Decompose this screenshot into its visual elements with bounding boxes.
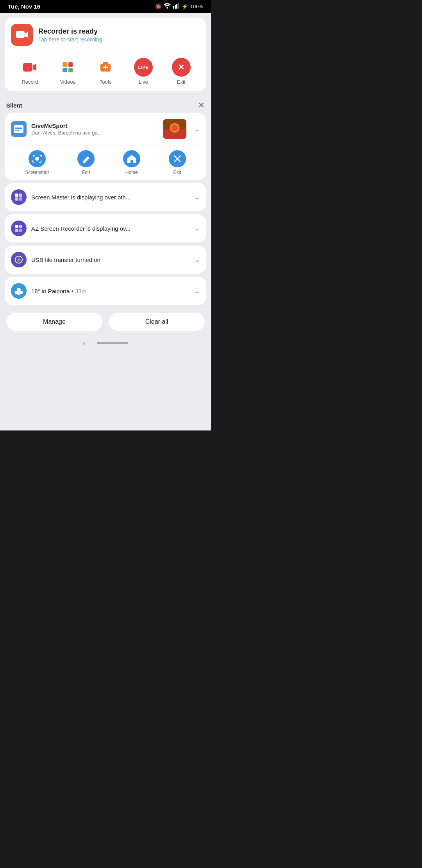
givemesport-thumbnail xyxy=(163,119,186,139)
wifi-icon xyxy=(164,3,171,10)
videos-label: Videos xyxy=(60,79,75,85)
weather-notification[interactable]: 18° in Paiporta • 33m ⌄ xyxy=(5,277,206,305)
edit-action[interactable]: Edit xyxy=(77,150,95,175)
az-recorder-icon xyxy=(11,221,27,236)
status-icons: 🔕 ⚡ 100% xyxy=(155,3,203,10)
recorder-title: Recorder is ready xyxy=(38,27,102,36)
svg-rect-14 xyxy=(15,127,22,127)
svg-rect-1 xyxy=(173,6,174,9)
az-recorder-row: AZ Screen Recorder is displaying ov... ⌄ xyxy=(5,214,206,242)
grid-icon xyxy=(63,62,73,72)
svg-rect-5 xyxy=(16,31,25,38)
svg-rect-3 xyxy=(176,4,177,9)
battery-icon: ⚡ xyxy=(182,4,188,9)
record-action[interactable]: Record xyxy=(20,58,39,85)
exit-notif-action[interactable]: Exit xyxy=(169,150,186,175)
edit-label: Edit xyxy=(82,170,90,175)
svg-rect-7 xyxy=(23,63,32,72)
svg-rect-27 xyxy=(19,197,22,201)
status-time: Tue, Nov 16 xyxy=(8,3,40,10)
screen-master-notification[interactable]: Screen Master is displaying over oth... … xyxy=(5,183,206,211)
videos-icon-wrap xyxy=(58,58,77,77)
svg-rect-31 xyxy=(19,229,22,232)
exit-notif-icon xyxy=(169,150,186,167)
screen-master-row: Screen Master is displaying over oth... … xyxy=(5,183,206,211)
exit-recorder-action[interactable]: ✕ Exit xyxy=(172,58,191,85)
svg-rect-28 xyxy=(15,225,18,228)
weather-text: 18° in Paiporta • 33m xyxy=(31,288,186,294)
svg-rect-10 xyxy=(103,62,108,64)
record-label: Record xyxy=(21,79,38,85)
givemesport-actions: Screenshot Edit Home xyxy=(5,145,206,180)
svg-point-37 xyxy=(19,291,23,294)
svg-rect-15 xyxy=(15,128,22,129)
screen-master-icon xyxy=(11,189,27,205)
usb-text: USB file transfer turned on xyxy=(31,256,186,263)
live-action[interactable]: LIVE Live xyxy=(134,58,153,85)
clear-all-button[interactable]: Clear all xyxy=(109,313,205,331)
az-recorder-text: AZ Screen Recorder is displaying ov... xyxy=(31,225,186,232)
givemesport-title: GiveMeSport xyxy=(31,122,158,129)
videos-action[interactable]: Videos xyxy=(58,58,77,85)
screenshot-action[interactable]: Screenshot xyxy=(25,150,49,175)
back-button[interactable]: ‹ xyxy=(83,339,86,348)
manage-button[interactable]: Manage xyxy=(6,313,102,331)
nav-bar: ‹ xyxy=(5,335,206,352)
svg-rect-26 xyxy=(15,197,18,201)
exit-recorder-label: Exit xyxy=(177,79,186,85)
screen-master-text: Screen Master is displaying over oth... xyxy=(31,194,186,201)
svg-rect-24 xyxy=(15,194,18,197)
status-bar: Tue, Nov 16 🔕 ⚡ 100% xyxy=(0,0,211,13)
exit-notif-label: Exit xyxy=(173,170,181,175)
svg-rect-16 xyxy=(15,130,20,131)
recorder-app-icon xyxy=(11,24,33,46)
close-notifications-button[interactable]: ✕ xyxy=(198,100,205,110)
recorder-card[interactable]: Recorder is ready Tap here to start reco… xyxy=(5,18,206,91)
givemesport-notification[interactable]: GiveMeSport Dani Alves: Barcelona ace ga… xyxy=(5,113,206,180)
exit-recorder-icon-wrap: ✕ xyxy=(172,58,191,77)
tools-action[interactable]: Tools xyxy=(96,58,115,85)
usb-expand-icon[interactable]: ⌄ xyxy=(194,255,200,264)
svg-rect-4 xyxy=(178,3,179,9)
screen-master-expand-icon[interactable]: ⌄ xyxy=(194,193,200,201)
weather-icon xyxy=(11,283,27,299)
battery-percent: 100% xyxy=(190,4,203,9)
card-divider xyxy=(11,52,200,52)
bottom-actions: Manage Clear all xyxy=(5,308,206,335)
screenshot-label: Screenshot xyxy=(25,170,49,175)
usb-row: ⚡ USB file transfer turned on ⌄ xyxy=(5,246,206,274)
silent-row: Silent ✕ xyxy=(5,97,206,113)
svg-text:⚡: ⚡ xyxy=(16,257,21,262)
svg-point-21 xyxy=(35,157,39,161)
svg-point-20 xyxy=(171,124,178,131)
svg-rect-2 xyxy=(175,5,176,9)
tools-icon-wrap xyxy=(96,58,115,77)
live-label: Live xyxy=(139,79,148,85)
weather-expand-icon[interactable]: ⌄ xyxy=(194,287,200,295)
signal-icon xyxy=(173,3,179,10)
weather-row: 18° in Paiporta • 33m ⌄ xyxy=(5,277,206,305)
az-recorder-expand-icon[interactable]: ⌄ xyxy=(194,224,200,233)
givemesport-app-icon xyxy=(11,121,27,137)
svg-rect-25 xyxy=(19,194,22,197)
az-recorder-notification[interactable]: AZ Screen Recorder is displaying ov... ⌄ xyxy=(5,214,206,242)
svg-marker-8 xyxy=(33,64,36,71)
svg-marker-6 xyxy=(25,32,28,38)
recorder-actions: Record Videos xyxy=(11,58,200,85)
live-icon-wrap: LIVE xyxy=(134,58,153,77)
home-action[interactable]: Home xyxy=(123,150,140,175)
usb-notification[interactable]: ⚡ USB file transfer turned on ⌄ xyxy=(5,246,206,274)
givemesport-expand-icon[interactable]: ⌄ xyxy=(194,125,200,133)
weather-meta: 33m xyxy=(75,288,86,294)
usb-icon: ⚡ xyxy=(11,252,27,267)
tools-label: Tools xyxy=(100,79,111,85)
givemesport-notif-row: GiveMeSport Dani Alves: Barcelona ace ga… xyxy=(5,113,206,145)
recorder-header: Recorder is ready Tap here to start reco… xyxy=(11,24,200,46)
home-indicator[interactable] xyxy=(97,342,128,344)
edit-icon xyxy=(77,150,95,167)
home-icon xyxy=(123,150,140,167)
home-label: Home xyxy=(125,170,138,175)
svg-rect-29 xyxy=(19,225,22,228)
silent-label: Silent xyxy=(6,102,22,109)
givemesport-body: Dani Alves: Barcelona ace ga... xyxy=(31,130,117,136)
